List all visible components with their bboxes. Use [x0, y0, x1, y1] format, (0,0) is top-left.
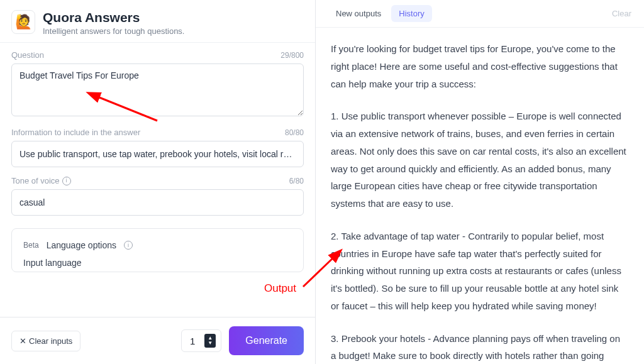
clear-inputs-label: Clear inputs: [29, 336, 72, 346]
close-icon: ✕: [19, 336, 26, 346]
info-icon[interactable]: i: [62, 177, 71, 185]
info-count: 80/80: [285, 128, 304, 137]
tone-count: 6/80: [289, 177, 304, 185]
left-scroll-area[interactable]: 🙋 Quora Answers Intelligent answers for …: [0, 0, 315, 317]
right-panel: New outputs History Clear If you're look…: [316, 0, 644, 364]
generate-button[interactable]: Generate: [229, 326, 304, 355]
left-panel: 🙋 Quora Answers Intelligent answers for …: [0, 0, 316, 364]
question-count: 29/800: [280, 51, 304, 60]
app-header: 🙋 Quora Answers Intelligent answers for …: [0, 0, 315, 43]
tab-history[interactable]: History: [391, 5, 431, 22]
input-language-label: Input language: [23, 258, 292, 268]
clear-output-button[interactable]: Clear: [612, 9, 631, 18]
clear-inputs-button[interactable]: ✕ Clear inputs: [11, 331, 80, 351]
stepper-icon[interactable]: ▲▼: [204, 334, 216, 348]
app-logo-icon: 🙋: [11, 10, 35, 34]
tone-input[interactable]: [11, 189, 304, 216]
lang-options-title: Language options: [47, 240, 116, 250]
output-paragraph: If you're looking for budget travel tips…: [331, 40, 628, 92]
quantity-value: 1: [187, 336, 198, 346]
question-input[interactable]: [11, 63, 304, 116]
output-paragraph: 2. Take advantage of tap water - Contrar…: [331, 228, 628, 315]
output-tabs: New outputs History Clear: [316, 0, 644, 28]
page-subtitle: Intelligent answers for tough questions.: [43, 26, 184, 36]
info-input[interactable]: [11, 141, 304, 167]
info-label: Information to include in the answer: [11, 128, 140, 137]
beta-badge: Beta: [23, 241, 39, 250]
language-options-card: Beta Language options i Input language: [11, 228, 304, 272]
page-title: Quora Answers: [43, 10, 184, 25]
left-footer: ✕ Clear inputs 1 ▲▼ Generate: [0, 317, 315, 364]
info-icon[interactable]: i: [124, 241, 133, 250]
tone-label-text: Tone of voice: [11, 176, 60, 185]
output-paragraph: 1. Use public transport whenever possibl…: [331, 108, 628, 212]
input-form: Question 29/800 Information to include i…: [0, 43, 315, 227]
question-label: Question: [11, 50, 44, 60]
tab-new-outputs[interactable]: New outputs: [328, 5, 389, 22]
output-content[interactable]: If you're looking for budget travel tips…: [316, 28, 644, 364]
output-paragraph: 3. Prebook your hotels - Advance plannin…: [331, 330, 628, 365]
tone-label: Tone of voice i: [11, 176, 71, 185]
quantity-stepper[interactable]: 1 ▲▼: [181, 329, 221, 352]
